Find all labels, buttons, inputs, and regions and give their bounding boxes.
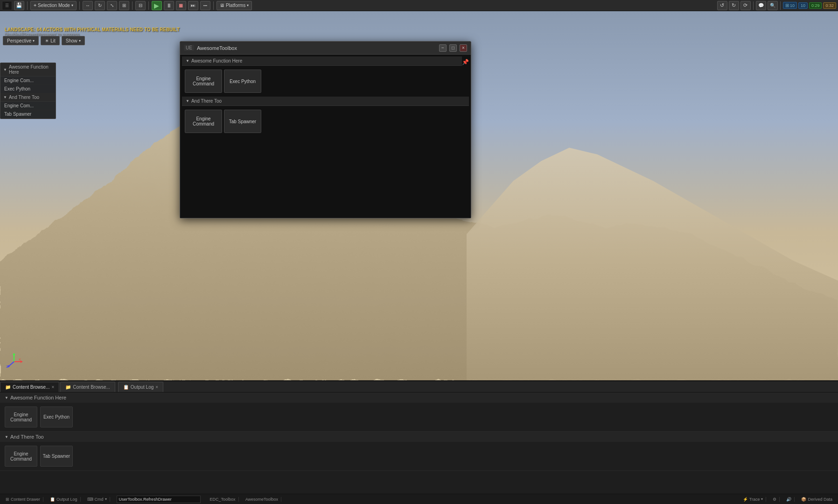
- platforms-icon: 🖥: [220, 3, 224, 8]
- left-panel-item-tab-spawner[interactable]: Tab Spawner: [0, 110, 56, 119]
- fw-section-awesome-label: Awesome Function Here: [191, 58, 242, 63]
- undo-icon-btn[interactable]: ↺: [717, 1, 727, 10]
- platforms-btn[interactable]: 🖥 Platforms ▾: [216, 1, 252, 10]
- show-btn[interactable]: Show ▾: [62, 36, 85, 45]
- fw-exec-python-btn[interactable]: Exec Python: [224, 70, 261, 93]
- bottom-section-andthere: ▼ And There Too EngineCommand Tab Spawne…: [0, 432, 838, 471]
- search-icon-btn[interactable]: 🔍: [768, 1, 778, 10]
- fw-tab-spawner-btn[interactable]: Tab Spawner: [224, 110, 261, 133]
- left-panel-item-engine-2[interactable]: Engine Com...: [0, 102, 56, 110]
- transform-scale-btn[interactable]: ⤡: [107, 1, 117, 10]
- status-derived-data[interactable]: 📦 Derived Data: [798, 497, 835, 502]
- fw-engine-command-2-btn[interactable]: EngineCommand: [185, 110, 222, 133]
- fw-section-andthere[interactable]: ▼ And There Too: [182, 97, 469, 106]
- tab-content-browser-2[interactable]: 📁 Content Browse...: [60, 382, 115, 392]
- stat-orange-value: 0:32: [825, 3, 834, 8]
- status-cmd[interactable]: ⌨ Cmd ▾: [84, 497, 110, 502]
- cursor-icon: ⌖: [34, 2, 36, 8]
- bottom-tab-spawner-btn[interactable]: Tab Spawner: [40, 446, 73, 467]
- platforms-label: Platforms: [226, 3, 245, 8]
- left-panel-section-andthere[interactable]: ▼ And There Too: [0, 93, 56, 102]
- status-cmd-input[interactable]: [117, 496, 201, 503]
- viewport-options-btn[interactable]: ⊟: [135, 1, 146, 10]
- left-panel-section-awesome[interactable]: ▼ Awesome Function Here: [0, 63, 56, 77]
- status-cmd-label: Cmd: [95, 497, 104, 502]
- pause-btn[interactable]: ⏸: [164, 1, 174, 10]
- left-panel-section-andthere-label: And There Too: [9, 95, 39, 100]
- bottom-tab-spawner-label: Tab Spawner: [43, 454, 70, 459]
- tab-content-browser-1-close[interactable]: ×: [51, 385, 54, 390]
- stat-green-badge: 0:29: [809, 2, 822, 9]
- float-window-close-btn[interactable]: ×: [460, 44, 467, 52]
- selection-mode-btn[interactable]: ⌖ Selection Mode ▾: [30, 1, 77, 10]
- left-panel-section-andthere-arrow: ▼: [3, 95, 7, 99]
- float-window-titlebar[interactable]: UE AwesomeToolbox − □ ×: [180, 42, 471, 55]
- bottom-exec-python-label: Exec Python: [43, 414, 70, 420]
- tab-output-log-label: Output Log: [131, 385, 154, 390]
- tab-output-log-close[interactable]: ×: [155, 385, 158, 390]
- left-panel-item-engine-1-label: Engine Com...: [4, 78, 34, 83]
- play-btn[interactable]: ▶: [152, 1, 162, 10]
- bottom-exec-python-btn[interactable]: Exec Python: [40, 406, 73, 427]
- left-panel-section-awesome-arrow: ▼: [3, 68, 7, 72]
- fw-andthere-buttons: EngineCommand Tab Spawner: [182, 108, 469, 135]
- lit-btn[interactable]: ☀ Lit: [41, 36, 60, 45]
- transform-all-btn[interactable]: ⊞: [119, 1, 129, 10]
- comment-icon-btn[interactable]: 💬: [756, 1, 766, 10]
- settings-icon: ⚙: [773, 497, 776, 502]
- bottom-section-awesome-header[interactable]: ▼ Awesome Function Here: [0, 392, 838, 403]
- fw-section-awesome-arrow: ▼: [186, 59, 189, 63]
- status-awesome-toolbox[interactable]: AwesomeToolbox: [243, 497, 281, 502]
- status-edc-toolbox-label: EDC_Toolbox: [210, 497, 236, 502]
- status-awesome-toolbox-label: AwesomeToolbox: [245, 497, 278, 502]
- float-window-ue-icon: UE: [184, 45, 194, 51]
- show-label: Show: [66, 38, 77, 43]
- status-output-log[interactable]: 📋 Output Log: [47, 497, 81, 502]
- transform-rotate-btn[interactable]: ↻: [95, 1, 105, 10]
- save-btn[interactable]: 💾: [14, 1, 24, 10]
- svg-text:X: X: [19, 358, 21, 361]
- bottom-engine-command-1-btn[interactable]: EngineCommand: [5, 406, 37, 427]
- status-content-drawer[interactable]: ⊞ Content Drawer: [3, 497, 43, 502]
- bottom-section-awesome: ▼ Awesome Function Here EngineCommand Ex…: [0, 392, 838, 432]
- status-audio[interactable]: 🔊: [783, 497, 795, 502]
- tab-output-log[interactable]: 📋 Output Log ×: [118, 382, 163, 392]
- ue-logo-btn[interactable]: ☰: [2, 1, 12, 10]
- bottom-andthere-btns: EngineCommand Tab Spawner: [0, 442, 838, 470]
- fw-section-awesome[interactable]: ▼ Awesome Function Here: [182, 56, 462, 66]
- left-panel-item-tab-spawner-label: Tab Spawner: [4, 112, 31, 117]
- reset-icon-btn[interactable]: ⟳: [740, 1, 751, 10]
- bottom-tabs: 📁 Content Browse... × 📁 Content Browse..…: [0, 381, 838, 392]
- bottom-section-andthere-header[interactable]: ▼ And There Too: [0, 432, 838, 442]
- redo-icon-btn[interactable]: ↻: [729, 1, 739, 10]
- cmd-icon: ⌨: [87, 497, 93, 502]
- bottom-engine-command-2-btn[interactable]: EngineCommand: [5, 446, 37, 467]
- toolbar-right: ↺ ↻ ⟳ 💬 🔍 ⊞ 10 10 0:29 0:32: [717, 1, 836, 10]
- separator-2: [79, 1, 80, 10]
- fw-section-andthere-label: And There Too: [191, 98, 222, 104]
- status-settings[interactable]: ⚙: [770, 497, 780, 502]
- more-options-btn[interactable]: •••: [200, 1, 210, 10]
- skip-btn[interactable]: ⏭: [188, 1, 198, 10]
- grid-icon: ⊞: [6, 497, 9, 502]
- float-window-minimize-btn[interactable]: −: [439, 44, 447, 52]
- status-trace[interactable]: ⚡ Trace ▾: [740, 497, 767, 502]
- bottom-engine-command-2-label: EngineCommand: [10, 451, 32, 462]
- lit-label: Lit: [50, 38, 56, 43]
- pin-icon[interactable]: 📌: [462, 59, 469, 65]
- left-panel-item-exec-python[interactable]: Exec Python: [0, 85, 56, 93]
- transform-translate-btn[interactable]: ↔: [83, 1, 93, 10]
- separator-3: [132, 1, 133, 10]
- tab-content-browser-1[interactable]: 📁 Content Browse... ×: [0, 382, 59, 392]
- minimize-icon: −: [441, 45, 444, 50]
- status-bar: ⊞ Content Drawer 📋 Output Log ⌨ Cmd ▾ ED…: [0, 494, 838, 504]
- status-edc-toolbox[interactable]: EDC_Toolbox: [207, 497, 239, 502]
- left-panel-item-engine-1[interactable]: Engine Com...: [0, 77, 56, 85]
- stop-btn[interactable]: ⏹: [176, 1, 186, 10]
- stat-grid-badge: ⊞ 10: [783, 2, 797, 9]
- perspective-btn[interactable]: Perspective ▾: [3, 36, 39, 45]
- float-window-maximize-btn[interactable]: □: [449, 44, 457, 52]
- svg-marker-1: [467, 148, 838, 380]
- bottom-section-awesome-label: Awesome Function Here: [10, 395, 66, 400]
- fw-engine-command-1-btn[interactable]: EngineCommand: [185, 70, 222, 93]
